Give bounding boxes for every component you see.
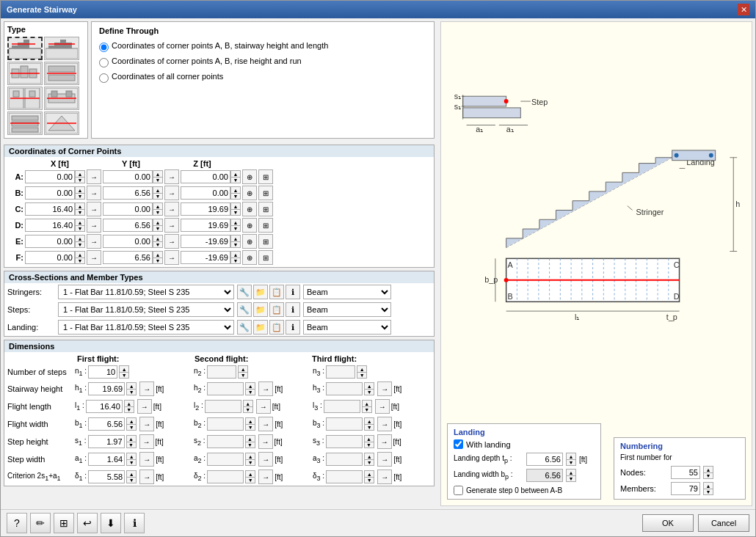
dim-stepheight-down2[interactable]: ▼ [245,442,255,448]
dim-width-up3[interactable]: ▲ [364,417,374,424]
toolbar-btn-2[interactable]: ✏ [30,513,51,533]
ok-button[interactable]: OK [642,514,694,532]
cs-stringers-icon3[interactable]: 📋 [269,285,284,299]
toolbar-btn-1[interactable]: ? [7,513,27,533]
row-a-z-input[interactable] [181,170,230,183]
dim-steps-up1[interactable]: ▲ [119,365,129,372]
dim-stepheight-val3[interactable] [326,435,363,448]
dim-height-val2[interactable] [207,382,244,395]
row-d-x-up[interactable]: ▲ [75,219,85,225]
row-d-z-page[interactable]: ⊞ [258,218,273,233]
gen-step-checkbox[interactable] [454,486,463,495]
row-d-y-input[interactable] [103,219,153,232]
dim-stepheight-down3[interactable]: ▼ [364,442,374,448]
dim-criterion-down2[interactable]: ▼ [245,477,255,483]
dim-stepwidth-down3[interactable]: ▼ [364,459,374,466]
cs-steps-icon1[interactable]: 🔧 [237,302,252,317]
cs-landing-icon3[interactable]: 📋 [269,320,284,335]
dim-width-up2[interactable]: ▲ [245,417,255,424]
stair-type-2[interactable] [44,37,79,60]
numbering-nodes-down[interactable]: ▼ [703,472,713,479]
dim-stepheight-val1[interactable] [88,435,125,448]
row-b-y-up[interactable]: ▲ [153,186,163,193]
dim-width-val3[interactable] [326,417,363,431]
dim-criterion-up1[interactable]: ▲ [126,470,137,477]
row-d-y-down[interactable]: ▼ [153,225,163,232]
define-option-1[interactable]: Coordinates of corner points A, B, rise … [99,56,426,67]
cs-stringers-icon1[interactable]: 🔧 [237,285,252,299]
row-f-y-up[interactable]: ▲ [153,251,163,257]
row-d-z-input[interactable] [181,219,230,232]
row-b-y-down[interactable]: ▼ [153,193,163,200]
dim-steps-val2[interactable] [207,365,236,379]
row-f-x-input[interactable] [25,251,75,264]
dim-stepwidth-down1[interactable]: ▼ [126,459,137,466]
row-c-y-input[interactable] [103,202,153,216]
row-d-z-down[interactable]: ▼ [230,225,241,232]
row-a-x-input[interactable] [25,170,75,183]
cs-steps-icon3[interactable]: 📋 [269,302,284,317]
dim-steps-up2[interactable]: ▲ [238,365,248,372]
row-e-x-up[interactable]: ▲ [75,235,85,241]
dim-steps-down2[interactable]: ▼ [238,372,248,379]
dim-stepheight-up2[interactable]: ▲ [245,435,255,442]
numbering-members-up[interactable]: ▲ [703,482,713,489]
dim-height-val1[interactable] [88,382,125,395]
row-e-y-arrow[interactable]: → [164,234,179,249]
dim-stepwidth-arrow1[interactable]: → [139,452,154,467]
row-b-x-down[interactable]: ▼ [75,193,85,200]
dim-length-arrow1[interactable]: → [137,399,152,414]
row-c-z-up[interactable]: ▲ [230,202,241,209]
row-a-z-page[interactable]: ⊞ [258,169,273,184]
stair-type-5[interactable] [7,87,43,110]
row-c-z-page[interactable]: ⊞ [258,202,273,216]
dim-length-arrow3[interactable]: → [375,399,390,414]
dim-height-arrow2[interactable]: → [258,381,273,396]
row-d-z-up[interactable]: ▲ [230,219,241,225]
row-a-x-arrow[interactable]: → [87,169,101,184]
dim-criterion-down3[interactable]: ▼ [364,477,374,483]
dim-stepwidth-val1[interactable] [88,453,125,466]
dim-criterion-val3[interactable] [326,470,363,483]
toolbar-btn-4[interactable]: ↩ [77,513,98,533]
row-e-z-page[interactable]: ⊞ [258,234,273,249]
dim-criterion-up2[interactable]: ▲ [245,470,255,477]
dim-stepheight-val2[interactable] [207,435,244,448]
row-a-y-down[interactable]: ▼ [153,177,163,183]
cs-landing-icon4[interactable]: ℹ [286,320,300,335]
row-c-y-down[interactable]: ▼ [153,209,163,216]
row-f-z-input[interactable] [181,251,230,264]
cs-stringers-icon4[interactable]: ℹ [286,285,300,299]
define-option-2[interactable]: Coordinates of all corner points [99,72,426,83]
row-f-x-arrow[interactable]: → [87,250,101,265]
row-a-x-down[interactable]: ▼ [75,177,85,183]
row-a-y-arrow[interactable]: → [164,169,179,184]
row-d-x-input[interactable] [25,219,75,232]
row-e-x-down[interactable]: ▼ [75,241,85,248]
row-f-x-down[interactable]: ▼ [75,257,85,264]
row-f-z-down[interactable]: ▼ [230,257,241,264]
row-a-z-down[interactable]: ▼ [230,177,241,183]
row-a-z-up[interactable]: ▲ [230,170,241,177]
row-e-y-input[interactable] [103,235,153,248]
row-d-x-arrow[interactable]: → [87,218,101,233]
row-b-x-arrow[interactable]: → [87,186,101,200]
row-f-y-input[interactable] [103,251,153,264]
define-option-0[interactable]: Coordinates of corner points A, B, stair… [99,41,426,52]
landing-depth-up[interactable]: ▲ [566,453,576,459]
row-e-y-down[interactable]: ▼ [153,241,163,248]
row-a-y-up[interactable]: ▲ [153,170,163,177]
row-f-y-arrow[interactable]: → [164,250,179,265]
dim-width-down2[interactable]: ▼ [245,424,255,431]
dim-criterion-arrow2[interactable]: → [258,470,273,484]
dim-width-val2[interactable] [207,417,244,431]
dim-steps-down1[interactable]: ▼ [119,372,129,379]
dim-stepwidth-down2[interactable]: ▼ [245,459,255,466]
with-landing-row[interactable]: With landing [454,439,595,449]
cs-steps-dropdown[interactable]: 1 - Flat Bar 11.81/0.59; Steel S 235 [58,302,234,317]
dim-stepheight-up3[interactable]: ▲ [364,435,374,442]
stair-type-8[interactable] [44,112,79,135]
dim-criterion-down1[interactable]: ▼ [126,477,137,483]
row-b-z-cursor[interactable]: ⊕ [242,186,257,200]
row-c-x-down[interactable]: ▼ [75,209,85,216]
